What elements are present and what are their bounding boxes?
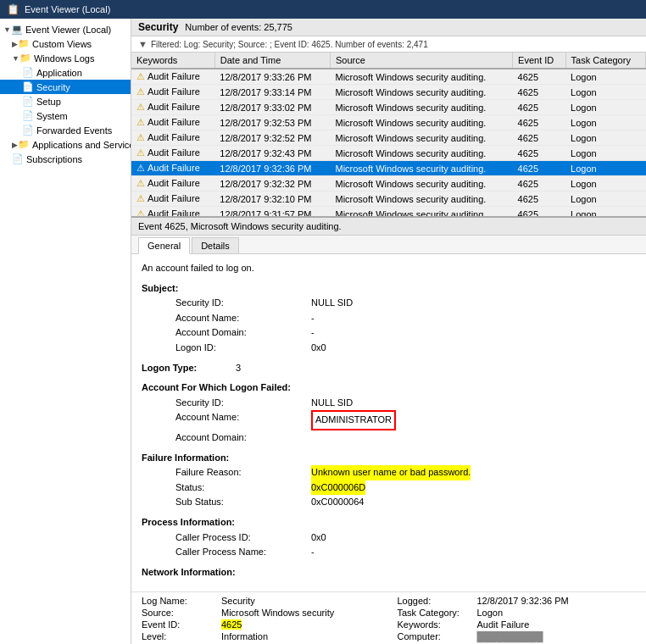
cell-datetime: 12/8/2017 9:32:10 PM xyxy=(214,192,330,207)
cell-datetime: 12/8/2017 9:33:26 PM xyxy=(214,69,330,85)
detail-content: An account failed to log on. Subject: Se… xyxy=(131,254,646,591)
table-row[interactable]: ⚠Audit Failure 12/8/2017 9:33:02 PM Micr… xyxy=(131,100,646,115)
table-row[interactable]: ⚠Audit Failure 12/8/2017 9:32:53 PM Micr… xyxy=(131,115,646,130)
warning-icon: ⚠ xyxy=(136,102,145,112)
warning-icon: ⚠ xyxy=(136,86,145,97)
tree-item-event-viewer[interactable]: ▼ 💻Event Viewer (Local) xyxy=(0,22,131,36)
cell-keywords: ⚠Audit Failure xyxy=(131,85,214,100)
cell-source: Microsoft Windows security auditing. xyxy=(330,207,512,219)
title-bar-icon: 📋 xyxy=(7,3,19,15)
process-caller-id: Caller Process ID: 0x0 xyxy=(175,530,636,546)
cell-datetime: 12/8/2017 9:32:43 PM xyxy=(214,146,330,161)
warning-icon: ⚠ xyxy=(136,178,145,188)
cell-taskcategory: Logon xyxy=(565,69,645,85)
cell-eventid: 4625 xyxy=(513,115,566,130)
detail-network-info: Network Information: xyxy=(142,565,636,580)
cell-keywords: ⚠Audit Failure xyxy=(131,100,214,115)
title-bar-text: Event Viewer (Local) xyxy=(25,4,110,14)
detail-panel: Event 4625, Microsoft Windows security a… xyxy=(131,218,646,644)
meta-grid: Log Name: Security Logged: 12/8/2017 9:3… xyxy=(142,596,636,644)
meta-source: Source: Microsoft Windows security xyxy=(142,608,381,618)
meta-logged: Logged: 12/8/2017 9:32:36 PM xyxy=(398,596,637,606)
meta-event-id: Event ID: 4625 xyxy=(142,619,381,630)
table-row[interactable]: ⚠Audit Failure 12/8/2017 9:32:32 PM Micr… xyxy=(131,176,646,192)
cell-keywords: ⚠Audit Failure xyxy=(131,176,214,192)
table-row[interactable]: ⚠Audit Failure 12/8/2017 9:32:43 PM Micr… xyxy=(131,146,646,161)
tree-item-label: Windows Logs xyxy=(34,53,95,64)
col-datetime: Date and Time xyxy=(214,53,330,69)
table-row[interactable]: ⚠Audit Failure 12/8/2017 9:31:57 PM Micr… xyxy=(131,207,646,219)
cell-keywords: ⚠Audit Failure xyxy=(131,115,214,130)
cell-keywords: ⚠Audit Failure xyxy=(131,161,214,176)
tree-item-application[interactable]: 📄Application xyxy=(0,65,131,80)
filter-bar: ▼ Filtered: Log: Security; Source: ; Eve… xyxy=(131,36,646,53)
tree-item-label: Setup xyxy=(36,97,61,107)
warning-icon: ⚠ xyxy=(136,147,145,158)
cell-source: Microsoft Windows security auditing. xyxy=(330,115,512,130)
cell-eventid: 4625 xyxy=(513,146,566,161)
col-eventid: Event ID xyxy=(513,53,566,69)
cell-eventid: 4625 xyxy=(513,207,566,219)
tree-item-label: Forwarded Events xyxy=(36,125,112,136)
table-row[interactable]: ⚠Audit Failure 12/8/2017 9:32:52 PM Micr… xyxy=(131,130,646,146)
right-panel: Security Number of events: 25,775 ▼ Filt… xyxy=(131,19,646,644)
cell-source: Microsoft Windows security auditing. xyxy=(330,100,512,115)
event-count: Number of events: 25,775 xyxy=(185,22,292,32)
tree-item-icon: 📄 xyxy=(22,96,34,107)
tree-item-setup[interactable]: 📄Setup xyxy=(0,94,131,108)
tree-item-icon: 📄 xyxy=(22,67,34,78)
tree-item-apps-services[interactable]: ▶ 📁Applications and Services Lo xyxy=(0,137,131,152)
detail-subject: Subject: Security ID: NULL SID Account N… xyxy=(142,281,636,356)
cell-taskcategory: Logon xyxy=(565,85,645,100)
cell-datetime: 12/8/2017 9:31:57 PM xyxy=(214,207,330,219)
detail-failure-info: Failure Information: Failure Reason: Unk… xyxy=(142,451,636,510)
event-id-value: 4625 xyxy=(221,619,242,630)
warning-icon: ⚠ xyxy=(136,163,145,173)
cell-eventid: 4625 xyxy=(513,85,566,100)
subject-account-name: Account Name: - xyxy=(175,311,636,326)
tree-item-windows-logs[interactable]: ▼ 📁Windows Logs xyxy=(0,51,131,65)
tree-item-icon: 📄 xyxy=(12,153,24,164)
warning-icon: ⚠ xyxy=(136,117,145,127)
tree-item-label: Custom Views xyxy=(32,39,92,49)
cell-keywords: ⚠Audit Failure xyxy=(131,130,214,146)
process-info-title: Process Information: xyxy=(142,515,636,530)
tree-item-icon: 📁 xyxy=(18,38,30,49)
tree-item-subscriptions[interactable]: 📄Subscriptions xyxy=(0,152,131,166)
meta-keywords: Keywords: Audit Failure xyxy=(398,619,637,630)
table-header-row: Keywords Date and Time Source Event ID T… xyxy=(131,53,646,69)
tab-details[interactable]: Details xyxy=(192,237,239,253)
meta-task-category: Task Category: Logon xyxy=(398,608,637,618)
table-row[interactable]: ⚠Audit Failure 12/8/2017 9:33:14 PM Micr… xyxy=(131,85,646,100)
tree-item-system[interactable]: 📄System xyxy=(0,108,131,123)
tree-item-icon: 📁 xyxy=(19,53,31,64)
tab-general[interactable]: General xyxy=(138,237,190,254)
cell-source: Microsoft Windows security auditing. xyxy=(330,161,512,176)
tree-item-security[interactable]: 📄Security xyxy=(0,80,131,94)
table-row[interactable]: ⚠Audit Failure 12/8/2017 9:32:36 PM Micr… xyxy=(131,161,646,176)
cell-eventid: 4625 xyxy=(513,130,566,146)
warning-icon: ⚠ xyxy=(136,193,145,203)
log-name-label: Security xyxy=(138,21,178,33)
cell-taskcategory: Logon xyxy=(565,100,645,115)
filter-text: Filtered: Log: Security; Source: ; Event… xyxy=(151,40,428,49)
detail-account-failed: Account For Which Logon Failed: Security… xyxy=(142,380,636,445)
tree-item-label: Subscriptions xyxy=(26,154,82,164)
cell-source: Microsoft Windows security auditing. xyxy=(330,130,512,146)
detail-header: Event 4625, Microsoft Windows security a… xyxy=(131,218,646,236)
meta-computer: Computer: ██████████ xyxy=(398,631,637,641)
tree-item-forwarded-events[interactable]: 📄Forwarded Events xyxy=(0,123,131,137)
subject-logon-id: Logon ID: 0x0 xyxy=(175,341,636,356)
tree-item-icon: 📄 xyxy=(22,110,34,121)
cell-taskcategory: Logon xyxy=(565,115,645,130)
detail-process-info: Process Information: Caller Process ID: … xyxy=(142,515,636,560)
failure-substatus: Sub Status: 0xC0000064 xyxy=(175,495,636,510)
tree-item-label: Applications and Services Lo xyxy=(32,140,131,150)
col-taskcategory: Task Category xyxy=(565,53,645,69)
table-row[interactable]: ⚠Audit Failure 12/8/2017 9:32:10 PM Micr… xyxy=(131,192,646,207)
cell-source: Microsoft Windows security auditing. xyxy=(330,85,512,100)
cell-taskcategory: Logon xyxy=(565,161,645,176)
table-row[interactable]: ⚠Audit Failure 12/8/2017 9:33:26 PM Micr… xyxy=(131,69,646,85)
failed-account-domain: Account Domain: xyxy=(175,430,636,446)
tree-item-custom-views[interactable]: ▶ 📁Custom Views xyxy=(0,36,131,51)
